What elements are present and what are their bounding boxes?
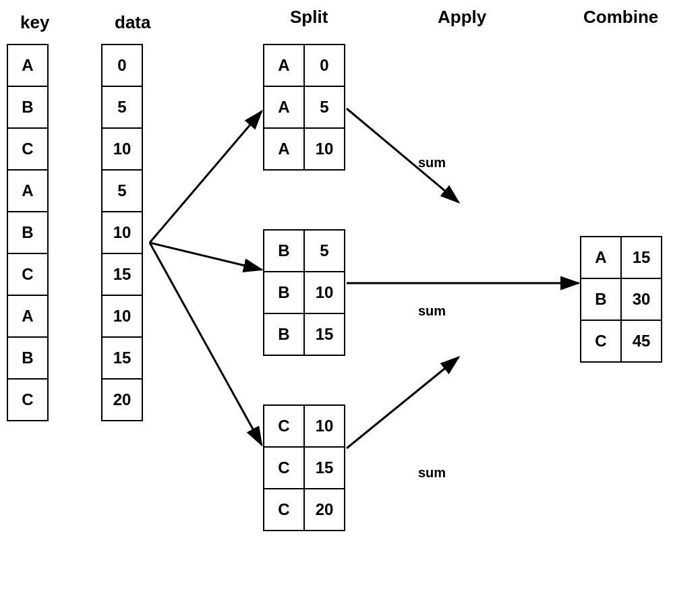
- split-a-0-key: A: [264, 44, 304, 86]
- combine-table: A15 B30 C45: [580, 236, 662, 363]
- svg-line-6: [347, 357, 459, 448]
- combine-c-key: C: [581, 320, 621, 362]
- split-c-table: C10 C15 C20: [263, 404, 345, 531]
- split-b-0-key: B: [264, 230, 304, 272]
- split-a-table: A0 A5 A10: [263, 44, 345, 171]
- combine-b-val: 30: [621, 278, 662, 320]
- split-c-0-key: C: [264, 405, 304, 447]
- data-header: data: [115, 12, 150, 33]
- key-cell-7: B: [7, 337, 48, 379]
- key-cell-8: C: [7, 379, 48, 421]
- key-cell-2: C: [7, 128, 48, 170]
- key-header: key: [20, 12, 49, 33]
- apply-header: Apply: [438, 7, 486, 28]
- split-c-1-val: 15: [304, 447, 345, 489]
- data-cell-5: 15: [102, 253, 142, 295]
- key-cell-4: B: [7, 212, 48, 253]
- sum-label-a: sum: [418, 155, 446, 171]
- key-cell-0: A: [7, 44, 48, 86]
- diagram-container: key data Split Apply Combine A B C A B C…: [0, 0, 700, 604]
- data-cell-2: 10: [102, 128, 142, 170]
- data-table: 0 5 10 5 10 15 10 15 20: [101, 44, 143, 421]
- key-cell-6: A: [7, 295, 48, 337]
- split-b-2-val: 15: [304, 313, 345, 355]
- split-b-2-key: B: [264, 313, 304, 355]
- sum-label-b: sum: [418, 303, 446, 319]
- data-cell-1: 5: [102, 86, 142, 128]
- data-cell-7: 15: [102, 337, 142, 379]
- split-c-1-key: C: [264, 447, 304, 489]
- data-cell-4: 10: [102, 212, 142, 253]
- sum-label-c: sum: [418, 465, 446, 481]
- split-c-0-val: 10: [304, 405, 345, 447]
- data-cell-3: 5: [102, 170, 142, 212]
- combine-header: Combine: [583, 7, 658, 28]
- key-cell-1: B: [7, 86, 48, 128]
- svg-line-3: [150, 243, 262, 445]
- split-a-1-key: A: [264, 86, 304, 128]
- svg-line-2: [150, 243, 262, 270]
- split-a-2-val: 10: [304, 128, 345, 170]
- key-cell-5: C: [7, 253, 48, 295]
- combine-a-val: 15: [621, 237, 662, 278]
- split-a-2-key: A: [264, 128, 304, 170]
- data-cell-8: 20: [102, 379, 142, 421]
- key-table: A B C A B C A B C: [7, 44, 49, 421]
- data-cell-6: 10: [102, 295, 142, 337]
- split-b-0-val: 5: [304, 230, 345, 272]
- combine-b-key: B: [581, 278, 621, 320]
- key-cell-3: A: [7, 170, 48, 212]
- combine-c-val: 45: [621, 320, 662, 362]
- split-header: Split: [290, 7, 328, 28]
- split-a-1-val: 5: [304, 86, 345, 128]
- split-b-1-key: B: [264, 272, 304, 313]
- split-c-2-val: 20: [304, 489, 345, 531]
- split-a-0-val: 0: [304, 44, 345, 86]
- svg-line-1: [150, 111, 262, 243]
- split-b-table: B5 B10 B15: [263, 229, 345, 356]
- split-b-1-val: 10: [304, 272, 345, 313]
- data-cell-0: 0: [102, 44, 142, 86]
- split-c-2-key: C: [264, 489, 304, 531]
- combine-a-key: A: [581, 237, 621, 278]
